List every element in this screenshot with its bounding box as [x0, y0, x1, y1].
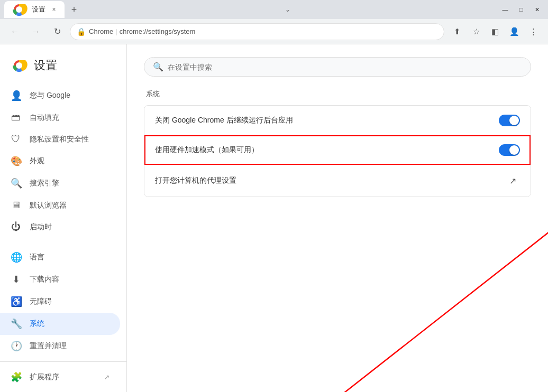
bookmark-button[interactable]: ☆: [468, 23, 485, 40]
person-icon: 👤: [11, 90, 21, 101]
sidebar-item-label: 重置并清理: [30, 341, 67, 351]
svg-point-5: [16, 62, 22, 69]
url-brand: Chrome: [89, 27, 113, 35]
search-engine-icon: 🔍: [11, 178, 21, 189]
sidebar-item-about-chrome[interactable]: 关于 Chrome: [0, 388, 120, 392]
settings-card: 关闭 Google Chrome 后继续运行后台应用 使用硬件加速模式（如果可用…: [144, 105, 531, 197]
sidebar-item-label: 无障碍: [30, 297, 52, 306]
system-icon: 🔧: [11, 318, 21, 330]
extensions-icon: 🧩: [11, 371, 21, 383]
sidebar-item-downloads[interactable]: ⬇ 下载内容: [0, 268, 120, 291]
sidebar-item-startup[interactable]: ⏻ 启动时: [0, 216, 120, 238]
palette-icon: 🎨: [11, 155, 21, 167]
autofill-icon: 🗃: [11, 112, 21, 123]
background-apps-toggle[interactable]: [499, 115, 520, 126]
sidebar-header: 设置: [0, 53, 126, 85]
settings-row-proxy: 打开您计算机的代理设置 ↗: [144, 165, 531, 197]
sidebar-item-label: 扩展程序: [30, 372, 59, 382]
svg-line-10: [344, 190, 548, 392]
accessibility-icon: ♿: [11, 296, 21, 307]
close-button[interactable]: ✕: [530, 4, 544, 15]
startup-icon: ⏻: [11, 221, 21, 232]
tab-favicon: [11, 1, 28, 18]
forward-button[interactable]: →: [28, 23, 44, 40]
background-apps-label: 关闭 Google Chrome 后继续运行后台应用: [155, 116, 293, 125]
sidebar-item-label: 下载内容: [30, 275, 59, 284]
search-bar[interactable]: 🔍: [144, 57, 531, 77]
minimize-button[interactable]: —: [498, 4, 512, 15]
sidebar-item-default-browser[interactable]: 🖥 默认浏览器: [0, 194, 120, 216]
sidebar-item-appearance[interactable]: 🎨 外观: [0, 150, 120, 172]
window-controls: — □ ✕: [498, 4, 544, 15]
settings-row-hardware-acceleration: 使用硬件加速模式（如果可用）: [144, 135, 531, 165]
hardware-acceleration-toggle[interactable]: [499, 144, 520, 156]
sidebar-item-label: 自动填充: [30, 113, 59, 123]
browser-icon: 🖥: [11, 200, 21, 211]
proxy-external-link[interactable]: ↗: [505, 173, 520, 188]
extensions-external-icon: ↗: [104, 374, 109, 381]
sidebar-item-accessibility[interactable]: ♿ 无障碍: [0, 291, 120, 313]
sidebar-item-label: 隐私设置和安全性: [30, 135, 89, 144]
sidebar-item-label: 默认浏览器: [30, 201, 67, 210]
content-area: 🔍 系统 关闭 Google Chrome 后继续运行后台应用 使用硬件加速模式…: [127, 44, 548, 392]
tab-strip-chevron[interactable]: ⌄: [285, 6, 290, 13]
addressbar-actions: ⬆ ☆ ◧ 👤 ⋮: [449, 23, 542, 40]
search-input[interactable]: [168, 63, 522, 71]
proxy-label: 打开您计算机的代理设置: [155, 176, 236, 185]
sidebar-item-you-google[interactable]: 👤 您与 Google: [0, 85, 120, 107]
addressbar: ← → ↻ 🔒 Chrome|chrome://settings/system …: [0, 19, 548, 44]
sidebar-item-autofill[interactable]: 🗃 自动填充: [0, 107, 120, 128]
account-button[interactable]: 👤: [506, 23, 523, 40]
main-layout: 设置 👤 您与 Google 🗃 自动填充 🛡 隐私设置和安全性 🎨 外观 🔍 …: [0, 44, 548, 392]
chrome-logo: [11, 57, 28, 74]
section-title: 系统: [144, 89, 531, 99]
url-bar[interactable]: 🔒 Chrome|chrome://settings/system: [70, 23, 444, 40]
sidebar-item-privacy[interactable]: 🛡 隐私设置和安全性: [0, 128, 120, 150]
sidebar-item-system[interactable]: 🔧 系统: [0, 313, 120, 335]
titlebar: 设置 × + ⌄ — □ ✕: [0, 0, 548, 19]
hardware-acceleration-label: 使用硬件加速模式（如果可用）: [155, 145, 259, 155]
sidebar-item-label: 语言: [30, 253, 44, 262]
back-button[interactable]: ←: [6, 23, 23, 40]
sidebar-item-label: 系统: [30, 319, 44, 329]
url-pipe: |: [115, 27, 117, 35]
sidebar-item-label: 您与 Google: [30, 91, 70, 100]
sidebar-item-label: 外观: [30, 156, 44, 166]
sidebar-item-search-engine[interactable]: 🔍 搜索引擎: [0, 172, 120, 194]
download-icon: ⬇: [11, 274, 21, 285]
sidebar-item-reset[interactable]: 🕐 重置并清理: [0, 335, 120, 357]
share-button[interactable]: ⬆: [449, 23, 465, 40]
sidebar-title: 设置: [34, 58, 57, 73]
split-view-button[interactable]: ◧: [487, 23, 504, 40]
reset-icon: 🕐: [11, 340, 21, 352]
settings-row-background-apps: 关闭 Google Chrome 后继续运行后台应用: [144, 106, 531, 135]
shield-icon: 🛡: [11, 134, 21, 145]
sidebar-item-extensions[interactable]: 🧩 扩展程序 ↗: [0, 366, 120, 388]
menu-button[interactable]: ⋮: [525, 23, 542, 40]
svg-point-2: [16, 6, 22, 13]
secure-icon: 🔒: [77, 27, 86, 36]
language-icon: 🌐: [11, 251, 21, 263]
active-tab[interactable]: 设置 ×: [4, 1, 65, 18]
titlebar-left: 设置 × +: [4, 1, 81, 18]
sidebar-item-language[interactable]: 🌐 语言: [0, 246, 120, 268]
new-tab-button[interactable]: +: [67, 2, 81, 17]
sidebar: 设置 👤 您与 Google 🗃 自动填充 🛡 隐私设置和安全性 🎨 外观 🔍 …: [0, 44, 127, 392]
url-path: chrome://settings/system: [120, 27, 196, 35]
tab-close-button[interactable]: ×: [50, 5, 58, 14]
url-text: Chrome|chrome://settings/system: [89, 27, 437, 35]
maximize-button[interactable]: □: [514, 4, 528, 15]
sidebar-item-label: 搜索引擎: [30, 179, 59, 188]
refresh-button[interactable]: ↻: [49, 23, 66, 40]
search-icon: 🔍: [153, 62, 163, 72]
sidebar-item-label: 启动时: [30, 222, 52, 232]
tab-label: 设置: [32, 5, 45, 14]
